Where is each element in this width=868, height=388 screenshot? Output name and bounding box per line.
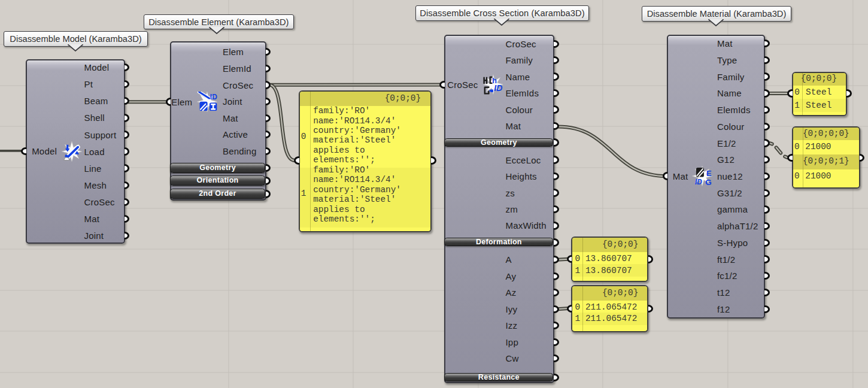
svg-text:E: E [706, 169, 712, 178]
svg-text:G: G [705, 178, 712, 186]
svg-text:ID: ID [210, 93, 217, 101]
svg-text:ID: ID [695, 178, 702, 186]
svg-text:ID: ID [494, 83, 502, 93]
